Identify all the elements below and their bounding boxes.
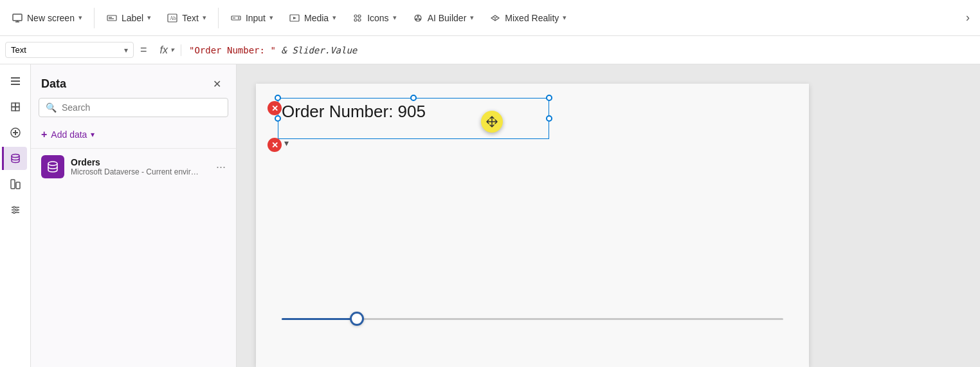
search-icon: 🔍 [46, 102, 57, 113]
svg-rect-0 [13, 14, 22, 21]
formula-bar: Text ▾ = fx ▾ "Order Number: " & Slider.… [0, 36, 980, 64]
overflow-button[interactable]: › [961, 7, 975, 28]
svg-point-43 [13, 212, 15, 214]
fx-label: fx [160, 44, 168, 56]
add-data-button[interactable]: + Add data ▾ [31, 125, 236, 148]
icons-button[interactable]: Icons ▾ [345, 8, 403, 28]
svg-rect-30 [12, 107, 15, 111]
move-cursor-icon[interactable] [481, 111, 503, 133]
data-panel: Data ✕ 🔍 + Add data ▾ Orders Microsoft D… [31, 64, 237, 367]
svg-line-22 [417, 17, 418, 19]
svg-point-35 [12, 155, 19, 158]
slider-thumb[interactable] [350, 312, 364, 326]
label-icon [106, 12, 118, 24]
divider-2 [218, 8, 219, 28]
svg-point-15 [354, 19, 357, 21]
formula-string: "Order Number: " [189, 45, 276, 55]
database-icon-btn[interactable] [2, 147, 27, 170]
text-element-value: Order Number: 905 [282, 102, 426, 121]
add-icon-btn[interactable] [4, 121, 27, 144]
svg-rect-28 [12, 103, 15, 107]
add-data-plus-icon: + [41, 129, 47, 140]
ai-builder-button[interactable]: AI Builder ▾ [406, 8, 481, 28]
handle-middle-right[interactable] [546, 115, 552, 122]
orders-icon [41, 155, 64, 178]
svg-text:Ab: Ab [170, 15, 176, 21]
input-chevron: ▾ [269, 14, 273, 22]
media-icon [289, 12, 300, 24]
layers-icon-btn[interactable] [4, 95, 27, 118]
input-button[interactable]: Input ▾ [224, 8, 280, 28]
property-selector[interactable]: Text ▾ [5, 42, 134, 58]
new-screen-label: New screen [27, 13, 75, 23]
label-chevron: ▾ [147, 14, 151, 22]
input-icon [230, 12, 242, 24]
label-button[interactable]: Label ▾ [100, 8, 158, 28]
orders-name: Orders [71, 157, 210, 167]
svg-point-42 [15, 209, 17, 211]
error-icon-bottom[interactable]: ✕ [268, 138, 282, 152]
mixed-reality-label: Mixed Reality [505, 13, 559, 23]
svg-rect-36 [11, 180, 15, 189]
svg-point-13 [354, 15, 357, 17]
sidebar-icons [0, 64, 31, 367]
svg-point-14 [358, 15, 361, 17]
data-panel-close-button[interactable]: ✕ [208, 75, 226, 93]
ai-builder-icon [412, 12, 424, 24]
orders-more-button[interactable]: ··· [216, 160, 226, 174]
slider-element[interactable] [282, 309, 783, 328]
divider-1 [94, 8, 95, 28]
mixed-reality-chevron: ▾ [563, 14, 567, 22]
data-source-orders[interactable]: Orders Microsoft Dataverse - Current env… [31, 148, 236, 185]
new-screen-button[interactable]: New screen ▾ [5, 8, 89, 28]
chart-icon-btn[interactable] [4, 173, 27, 196]
element-chevron-button[interactable]: ▾ [284, 138, 289, 148]
handle-top-middle[interactable] [410, 95, 417, 101]
data-panel-title: Data [41, 77, 66, 91]
svg-point-41 [13, 207, 15, 209]
search-box: 🔍 [39, 98, 228, 117]
new-screen-chevron: ▾ [78, 14, 82, 22]
property-chevron: ▾ [124, 46, 128, 55]
canvas-screen[interactable]: ✕ Order Number: 905 ✕ [256, 84, 809, 367]
text-button[interactable]: Ab Text ▾ [160, 8, 213, 28]
svg-rect-29 [15, 103, 19, 107]
text-icon: Ab [167, 12, 178, 24]
icons-icon [352, 12, 363, 24]
media-button[interactable]: Media ▾ [282, 8, 343, 28]
text-element[interactable]: Order Number: 905 [282, 102, 545, 135]
equals-sign: = [134, 43, 154, 57]
slider-track [282, 318, 783, 320]
error-icon-top[interactable]: ✕ [268, 101, 282, 115]
mixed-reality-button[interactable]: Mixed Reality ▾ [483, 8, 573, 28]
svg-marker-12 [293, 17, 296, 19]
handle-middle-left[interactable] [275, 115, 281, 122]
ai-builder-label: AI Builder [428, 13, 467, 23]
svg-rect-31 [15, 107, 19, 111]
settings-icon-btn[interactable] [4, 198, 27, 221]
handle-top-right[interactable] [546, 95, 552, 101]
svg-point-44 [48, 162, 57, 165]
svg-rect-3 [107, 15, 116, 21]
media-chevron: ▾ [332, 14, 336, 22]
text-chevron: ▾ [203, 14, 206, 22]
icons-label: Icons [367, 13, 388, 23]
search-input[interactable] [62, 102, 221, 113]
fx-button[interactable]: fx ▾ [154, 44, 181, 56]
icons-chevron: ▾ [393, 14, 397, 22]
add-data-label: Add data [51, 129, 87, 140]
svg-rect-37 [16, 182, 20, 189]
handle-top-left[interactable] [275, 95, 281, 101]
canvas-area: ✕ Order Number: 905 ✕ [237, 64, 980, 367]
svg-point-18 [417, 15, 419, 17]
main-area: Data ✕ 🔍 + Add data ▾ Orders Microsoft D… [0, 64, 980, 367]
screen-icon [12, 12, 23, 24]
formula-code: & Slider.Value [276, 45, 357, 55]
menu-icon-btn[interactable] [4, 70, 27, 93]
orders-desc: Microsoft Dataverse - Current environ... [71, 167, 199, 176]
text-label: Text [182, 13, 199, 23]
formula-input[interactable]: "Order Number: " & Slider.Value [181, 42, 975, 58]
slider-filled-track [282, 318, 357, 320]
label-label: Label [122, 13, 143, 23]
ai-builder-chevron: ▾ [470, 14, 474, 22]
